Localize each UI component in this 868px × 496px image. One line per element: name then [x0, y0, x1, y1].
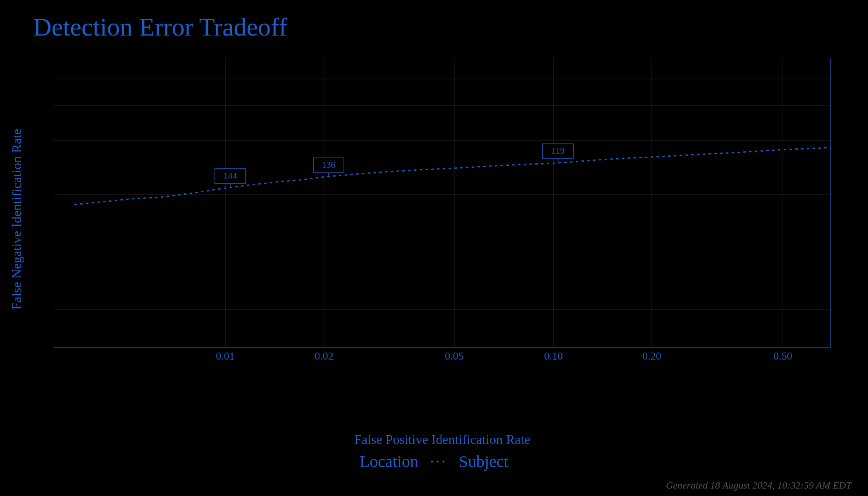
svg-text:0.05: 0.05 [445, 350, 464, 362]
svg-text:0.10: 0.10 [544, 350, 563, 362]
svg-text:0.50: 0.50 [773, 350, 792, 362]
legend-dots-separator: ··· [430, 452, 447, 471]
legend-location-label: Location [360, 452, 418, 471]
chart-svg: 0.01 0.02 0.05 0.10 0.20 0.50 0.1 0.3 0.… [54, 58, 831, 380]
svg-text:0.20: 0.20 [642, 350, 661, 362]
legend-subject-label: Subject [459, 452, 508, 471]
legend: Location ··· Subject [0, 452, 868, 471]
timestamp: Generated 18 August 2024, 10:32:59 AM ED… [666, 480, 851, 491]
y-axis-label: False Negative Identification Rate [4, 58, 29, 380]
svg-text:119: 119 [551, 145, 565, 156]
chart-title: Detection Error Tradeoff [33, 12, 287, 42]
page-container: Detection Error Tradeoff False Negative … [0, 0, 868, 496]
svg-text:0.01: 0.01 [216, 350, 235, 362]
svg-text:136: 136 [322, 160, 336, 170]
svg-rect-0 [54, 58, 831, 347]
svg-text:0.02: 0.02 [315, 350, 334, 362]
svg-text:144: 144 [224, 170, 237, 181]
x-axis-label: False Positive Identification Rate [54, 432, 831, 447]
